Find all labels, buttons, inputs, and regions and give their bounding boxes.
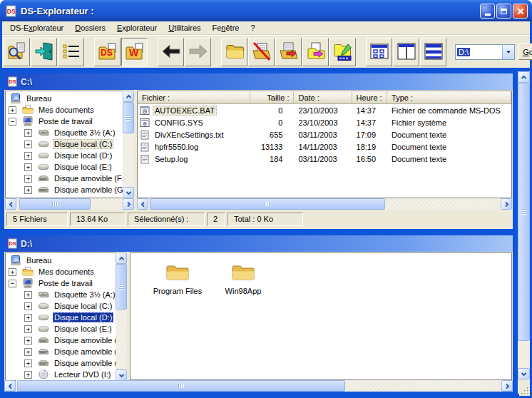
menu-ds-explorateur[interactable]: DS-Explorateur <box>4 22 69 34</box>
address-combo-value[interactable]: D:\ <box>456 45 502 59</box>
folder-item-win98app[interactable]: Win98App <box>212 262 275 295</box>
expand-plus-icon[interactable]: + <box>24 337 32 345</box>
vertical-split-button[interactable] <box>393 38 419 66</box>
menu-dossiers[interactable]: Dossiers <box>69 22 111 34</box>
scroll-right-icon[interactable] <box>501 198 512 210</box>
folder-options-button[interactable] <box>58 38 84 66</box>
file-row[interactable]: DivXEncSettings.txt65503/11/200317:09Doc… <box>138 128 511 141</box>
expand-plus-icon[interactable]: + <box>24 163 32 171</box>
delete-file-button[interactable] <box>248 38 275 66</box>
c-tree-item[interactable]: +Disque local (D:) <box>6 150 123 161</box>
c-files-hscrollbar[interactable] <box>137 198 512 210</box>
c-tree-hscrollbar[interactable] <box>5 198 134 210</box>
folder-item-program-files[interactable]: Program Files <box>146 262 209 295</box>
scroll-thumb[interactable] <box>518 83 530 341</box>
scroll-up-icon[interactable] <box>123 91 134 102</box>
scroll-thumb[interactable] <box>123 102 134 133</box>
resize-grip-icon[interactable] <box>519 385 530 396</box>
d-tree-item[interactable]: +Mes documents <box>6 266 116 277</box>
d-tree-item[interactable]: +Disque amovible (G:) <box>6 346 116 357</box>
d-tree-item[interactable]: +Disque amovible (F:) <box>6 335 116 346</box>
menu-explorateur[interactable]: Explorateur <box>111 22 163 34</box>
d-tree-item[interactable]: −Poste de travail <box>6 277 116 289</box>
expand-plus-icon[interactable]: + <box>24 359 32 367</box>
open-folder-button[interactable] <box>221 38 247 66</box>
maximize-button[interactable] <box>496 4 511 19</box>
ds-viewer-button[interactable]: DS <box>94 38 121 66</box>
file-row[interactable]: CONFIG.SYS023/10/200314:37Fichier systèm… <box>138 116 511 128</box>
scroll-down-icon[interactable] <box>116 369 127 381</box>
menu-fen-tre[interactable]: Fenêtre <box>207 22 245 34</box>
scroll-left-icon[interactable] <box>4 380 16 392</box>
expand-plus-icon[interactable]: + <box>9 106 16 114</box>
column-header-taille[interactable]: Taille : <box>250 91 294 104</box>
expand-plus-icon[interactable]: + <box>24 291 32 299</box>
scroll-thumb[interactable] <box>116 264 127 310</box>
scroll-left-icon[interactable] <box>5 198 16 210</box>
icons-view-button[interactable] <box>366 38 392 66</box>
column-header-heure[interactable]: Heure : <box>352 91 388 104</box>
c-tree-item[interactable]: +Disque amovible (G:) <box>6 184 123 195</box>
expand-plus-icon[interactable]: + <box>24 141 32 148</box>
d-tree-item[interactable]: +Disque local (C:) <box>6 300 116 312</box>
file-row[interactable]: Setup.log18403/11/200316:50Document text… <box>138 153 511 165</box>
copy-file-button[interactable] <box>302 38 329 66</box>
d-tree-item[interactable]: +Disque amovible (H:) <box>6 357 116 369</box>
mdi-vscrollbar[interactable] <box>518 71 530 379</box>
horizontal-split-button[interactable] <box>420 38 446 66</box>
go-button[interactable]: Go <box>518 44 532 60</box>
collapse-minus-icon[interactable]: − <box>9 280 16 287</box>
minimize-button[interactable] <box>480 4 495 19</box>
scroll-right-icon[interactable] <box>501 380 513 392</box>
file-row[interactable]: hpfr5550.log1313314/11/200318:19Document… <box>138 141 511 153</box>
expand-plus-icon[interactable]: + <box>24 348 32 356</box>
d-tree-item[interactable]: Bureau <box>6 255 116 266</box>
scroll-thumb[interactable] <box>19 198 91 210</box>
expand-plus-icon[interactable]: + <box>24 371 32 379</box>
d-tree-item[interactable]: +Disque local (E:) <box>6 323 116 335</box>
c-window-titlebar[interactable]: DS C:\ <box>4 73 513 90</box>
c-tree-item[interactable]: +Disquette 3½ (A:) <box>6 127 123 138</box>
window-titlebar[interactable]: DS DS-Explorateur : <box>0 0 532 21</box>
c-tree-vscrollbar[interactable] <box>123 91 134 198</box>
expand-plus-icon[interactable]: + <box>24 314 32 322</box>
close-button[interactable] <box>513 4 528 19</box>
d-window-hscrollbar[interactable] <box>4 380 513 392</box>
scroll-up-icon[interactable] <box>116 252 127 264</box>
expand-plus-icon[interactable]: + <box>24 129 32 137</box>
c-tree-item[interactable]: +Mes documents <box>6 104 123 116</box>
collapse-minus-icon[interactable]: − <box>9 118 16 126</box>
d-tree-item[interactable]: +Lecteur DVD (I:) <box>6 369 116 380</box>
d-tree-item[interactable]: +Disquette 3½ (A:) <box>6 289 116 300</box>
column-header-type[interactable]: Type : <box>387 91 511 104</box>
exit-button[interactable] <box>31 38 57 66</box>
scroll-left-icon[interactable] <box>137 198 148 210</box>
c-tree-item[interactable]: +Disque local (E:) <box>6 161 123 173</box>
expand-plus-icon[interactable]: + <box>24 302 32 310</box>
word-viewer-button[interactable]: W <box>121 38 148 66</box>
menu-help[interactable]: ? <box>245 22 260 34</box>
column-header-fichier[interactable]: Fichier : <box>138 91 250 104</box>
scroll-down-icon[interactable] <box>518 368 530 379</box>
file-row[interactable]: AUTOEXEC.BAT023/10/200314:37Fichier de c… <box>138 104 511 116</box>
d-window-titlebar[interactable]: DS D:\ <box>4 235 513 252</box>
expand-plus-icon[interactable]: + <box>24 152 32 160</box>
expand-plus-icon[interactable]: + <box>24 325 32 333</box>
c-tree-item[interactable]: +Disque amovible (F:) <box>6 173 123 184</box>
expand-plus-icon[interactable]: + <box>9 268 16 276</box>
d-tree-item[interactable]: +Disque local (D:) <box>6 312 116 323</box>
c-tree-item[interactable]: +Disque local (C:) <box>6 138 123 150</box>
column-header-date[interactable]: Date : <box>294 91 352 104</box>
d-tree-vscrollbar[interactable] <box>116 252 127 381</box>
search-button[interactable] <box>4 38 30 66</box>
scroll-down-icon[interactable] <box>123 187 134 198</box>
c-tree-item[interactable]: Bureau <box>6 93 123 104</box>
forward-button[interactable] <box>185 38 211 66</box>
scroll-right-icon[interactable] <box>123 198 134 210</box>
scroll-thumb[interactable] <box>17 380 345 392</box>
c-tree-item[interactable]: −Poste de travail <box>6 116 123 127</box>
expand-plus-icon[interactable]: + <box>24 186 32 194</box>
back-button[interactable] <box>158 38 184 66</box>
menu-utilitaires[interactable]: Utilitaires <box>163 22 206 34</box>
address-combo[interactable]: D:\ <box>455 44 515 60</box>
